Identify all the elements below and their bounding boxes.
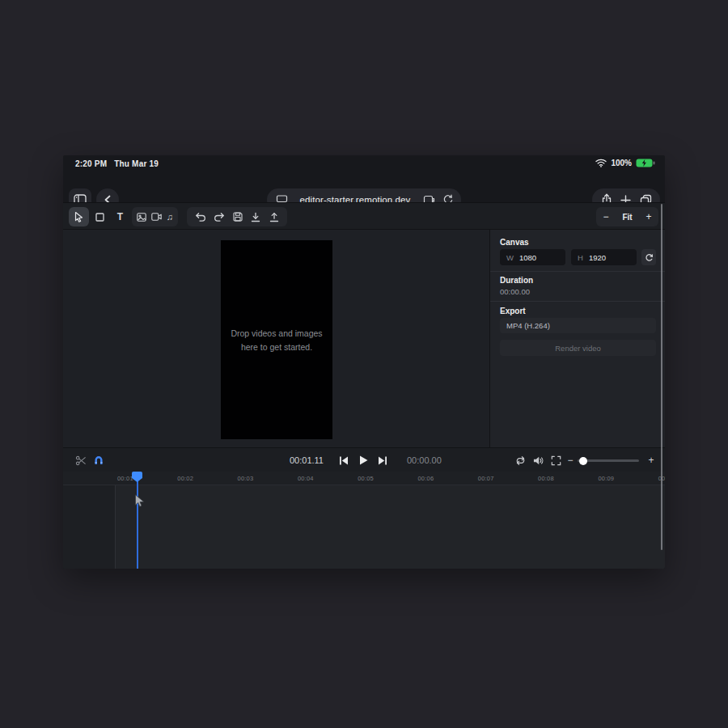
height-value: 1920 <box>589 253 606 262</box>
ruler-tick: 00:01 <box>117 475 133 482</box>
canvas-height-input[interactable]: H 1920 <box>571 249 637 265</box>
ruler-tick: 00:05 <box>358 475 374 482</box>
canvas-width-input[interactable]: W 1080 <box>500 249 565 265</box>
export-format-value: MP4 (H.264) <box>506 321 550 330</box>
history-tool-group <box>187 207 287 226</box>
timeline[interactable]: 00:0100:0200:0300:0400:0500:0600:0700:08… <box>63 472 665 569</box>
play-button[interactable] <box>356 448 370 472</box>
drop-placeholder-line2: here to get started. <box>241 342 312 352</box>
export-section-title: Export <box>500 307 526 315</box>
battery-charging-icon <box>636 159 654 167</box>
ruler-tick: 00:02 <box>177 475 193 482</box>
editor-content: Drop videos and images here to get start… <box>63 229 665 447</box>
vertical-scrollbar[interactable] <box>661 204 662 550</box>
canvas-zoom-controls: − Fit + <box>596 207 658 226</box>
add-audio-button[interactable]: ♫ <box>167 212 173 222</box>
select-tool-button[interactable] <box>69 207 89 226</box>
render-video-label: Render video <box>555 344 601 353</box>
ruler-tick: 00:06 <box>418 475 434 482</box>
render-video-button[interactable]: Render video <box>500 340 656 356</box>
canvas-section-title: Canvas <box>500 238 529 247</box>
drop-placeholder-line1: Drop videos and images <box>231 328 322 338</box>
ruler-tick: 00:07 <box>478 475 494 482</box>
playhead-time: 00:01.11 <box>286 448 324 472</box>
save-button[interactable] <box>233 212 243 222</box>
playhead-line[interactable] <box>137 472 138 569</box>
canvas-zoom-out-button[interactable]: − <box>596 211 616 222</box>
canvas-zoom-in-button[interactable]: + <box>639 211 658 222</box>
fullscreen-button[interactable] <box>548 448 563 472</box>
ruler-tick: 00:03 <box>238 475 254 482</box>
volume-button[interactable] <box>531 448 545 472</box>
timeline-zoom-slider[interactable] <box>578 459 639 462</box>
total-duration: 00:00.00 <box>407 448 442 472</box>
loop-toggle[interactable] <box>513 448 527 472</box>
width-label: W <box>506 253 514 262</box>
clock-time: 2:20 PM <box>75 159 107 168</box>
status-bar: 2:20 PM Thu Mar 19 100% <box>63 155 665 173</box>
preview-canvas[interactable]: Drop videos and images here to get start… <box>221 240 332 439</box>
track-header-column <box>63 472 116 569</box>
inspector-panel: Canvas W 1080 H 1920 Duration 00:00.00 E… <box>489 229 665 447</box>
timeline-zoom-slider-knob[interactable] <box>579 457 587 465</box>
download-button[interactable] <box>251 212 260 222</box>
ruler-tick: 00:04 <box>298 475 314 482</box>
mouse-pointer-icon <box>134 494 145 508</box>
split-scissors-button[interactable] <box>74 448 88 472</box>
fit-button[interactable]: Fit <box>622 213 632 222</box>
playback-bar: 00:01.11 00:00.00 <box>63 447 665 472</box>
editor-toolbar: T ♫ <box>63 202 665 229</box>
battery-percent: 100% <box>611 159 632 167</box>
text-tool-label: T <box>117 211 123 222</box>
duration-value: 00:00.00 <box>500 287 530 296</box>
height-label: H <box>578 253 583 262</box>
redo-button[interactable] <box>214 212 225 222</box>
undo-button[interactable] <box>195 212 205 222</box>
width-value: 1080 <box>519 253 536 262</box>
preview-viewport: Drop videos and images here to get start… <box>63 229 489 447</box>
snapping-magnet-toggle[interactable] <box>91 448 106 472</box>
duration-section-title: Duration <box>500 276 533 285</box>
ipad-browser-window: 2:20 PM Thu Mar 19 100% <box>63 155 665 569</box>
ruler-tick: 00:08 <box>538 475 554 482</box>
wifi-icon <box>595 159 607 167</box>
swap-dimensions-button[interactable] <box>641 249 656 265</box>
rectangle-tool-button[interactable] <box>90 207 110 226</box>
timeline-ruler[interactable]: 00:0100:0200:0300:0400:0500:0600:0700:08… <box>63 472 665 485</box>
skip-to-end-button[interactable] <box>375 448 390 472</box>
clock-date: Thu Mar 19 <box>114 159 159 168</box>
browser-toolbar: editor-starter.remotion.dev <box>63 171 665 202</box>
timeline-zoom-in-button[interactable]: + <box>644 448 658 472</box>
timeline-zoom-out-button[interactable]: − <box>563 448 578 472</box>
text-tool-button[interactable]: T <box>110 207 130 226</box>
ruler-tick: 00:09 <box>598 475 614 482</box>
upload-button[interactable] <box>269 212 279 222</box>
media-tool-group: ♫ <box>132 207 178 226</box>
add-image-button[interactable] <box>137 213 146 222</box>
export-format-select[interactable]: MP4 (H.264) <box>500 318 656 333</box>
add-video-button[interactable] <box>151 213 162 221</box>
skip-to-start-button[interactable] <box>336 448 351 472</box>
